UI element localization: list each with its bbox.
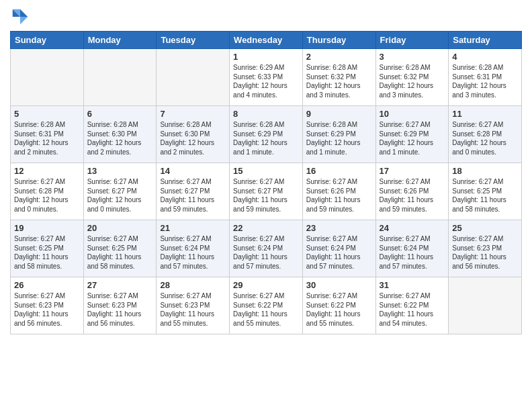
day-number: 11: [452, 109, 518, 119]
cell-content: Sunrise: 6:27 AM Sunset: 6:26 PM Dayligh…: [380, 177, 445, 214]
cell-content: Sunrise: 6:27 AM Sunset: 6:25 PM Dayligh…: [452, 177, 518, 214]
cell-content: Sunrise: 6:28 AM Sunset: 6:32 PM Dayligh…: [380, 63, 445, 99]
cell-content: Sunrise: 6:27 AM Sunset: 6:28 PM Dayligh…: [14, 177, 80, 214]
cell-content: Sunrise: 6:28 AM Sunset: 6:30 PM Dayligh…: [87, 120, 153, 156]
calendar-cell: 7Sunrise: 6:28 AM Sunset: 6:30 PM Daylig…: [157, 106, 230, 163]
cell-content: Sunrise: 6:27 AM Sunset: 6:23 PM Dayligh…: [160, 291, 226, 328]
cell-content: Sunrise: 6:27 AM Sunset: 6:27 PM Dayligh…: [87, 177, 153, 214]
day-number: 6: [87, 109, 153, 119]
day-number: 23: [306, 223, 372, 233]
calendar-cell: 1Sunrise: 6:29 AM Sunset: 6:33 PM Daylig…: [230, 49, 303, 106]
weekday-header-wednesday: Wednesday: [230, 32, 303, 49]
weekday-header-monday: Monday: [83, 32, 157, 49]
calendar-cell: 20Sunrise: 6:27 AM Sunset: 6:25 PM Dayli…: [83, 220, 157, 277]
weekday-header-thursday: Thursday: [302, 32, 375, 49]
cell-content: Sunrise: 6:29 AM Sunset: 6:33 PM Dayligh…: [233, 63, 299, 99]
cell-content: Sunrise: 6:27 AM Sunset: 6:22 PM Dayligh…: [306, 291, 372, 328]
cell-content: Sunrise: 6:27 AM Sunset: 6:23 PM Dayligh…: [87, 291, 153, 328]
calendar-cell: 8Sunrise: 6:28 AM Sunset: 6:29 PM Daylig…: [230, 106, 303, 163]
calendar-cell: 27Sunrise: 6:27 AM Sunset: 6:23 PM Dayli…: [83, 277, 157, 334]
day-number: 21: [160, 223, 226, 233]
day-number: 25: [452, 223, 518, 233]
calendar-cell: 26Sunrise: 6:27 AM Sunset: 6:23 PM Dayli…: [11, 277, 84, 334]
calendar-cell: 4Sunrise: 6:28 AM Sunset: 6:31 PM Daylig…: [449, 49, 522, 106]
calendar-cell: 14Sunrise: 6:27 AM Sunset: 6:27 PM Dayli…: [157, 163, 230, 220]
calendar-cell: 5Sunrise: 6:28 AM Sunset: 6:31 PM Daylig…: [11, 106, 84, 163]
weekday-header-friday: Friday: [375, 32, 449, 49]
cell-content: Sunrise: 6:27 AM Sunset: 6:24 PM Dayligh…: [233, 234, 299, 271]
calendar-cell: 3Sunrise: 6:28 AM Sunset: 6:32 PM Daylig…: [375, 49, 449, 106]
calendar-cell: 13Sunrise: 6:27 AM Sunset: 6:27 PM Dayli…: [83, 163, 157, 220]
calendar-row-2: 5Sunrise: 6:28 AM Sunset: 6:31 PM Daylig…: [11, 106, 522, 163]
cell-content: Sunrise: 6:27 AM Sunset: 6:29 PM Dayligh…: [380, 120, 445, 156]
day-number: 18: [452, 166, 518, 176]
day-number: 22: [233, 223, 299, 233]
cell-content: Sunrise: 6:27 AM Sunset: 6:24 PM Dayligh…: [306, 234, 372, 271]
weekday-header-saturday: Saturday: [449, 32, 522, 49]
cell-content: Sunrise: 6:27 AM Sunset: 6:27 PM Dayligh…: [233, 177, 299, 214]
day-number: 31: [380, 280, 445, 290]
day-number: 15: [233, 166, 299, 176]
day-number: 12: [14, 166, 80, 176]
cell-content: Sunrise: 6:27 AM Sunset: 6:23 PM Dayligh…: [14, 291, 80, 328]
cell-content: Sunrise: 6:28 AM Sunset: 6:32 PM Dayligh…: [306, 63, 372, 99]
day-number: 8: [233, 109, 299, 119]
day-number: 16: [306, 166, 372, 176]
cell-content: Sunrise: 6:28 AM Sunset: 6:30 PM Dayligh…: [160, 120, 226, 156]
day-number: 3: [380, 52, 445, 62]
cell-content: Sunrise: 6:27 AM Sunset: 6:28 PM Dayligh…: [452, 120, 518, 156]
calendar-cell: [449, 277, 522, 334]
calendar-cell: 6Sunrise: 6:28 AM Sunset: 6:30 PM Daylig…: [83, 106, 157, 163]
header: [10, 7, 522, 27]
logo-icon: [10, 7, 30, 27]
day-number: 5: [14, 109, 80, 119]
logo: [10, 7, 33, 27]
weekday-header-tuesday: Tuesday: [157, 32, 230, 49]
page: SundayMondayTuesdayWednesdayThursdayFrid…: [0, 0, 532, 411]
calendar-cell: [157, 49, 230, 106]
calendar-cell: 28Sunrise: 6:27 AM Sunset: 6:23 PM Dayli…: [157, 277, 230, 334]
calendar-cell: 11Sunrise: 6:27 AM Sunset: 6:28 PM Dayli…: [449, 106, 522, 163]
cell-content: Sunrise: 6:27 AM Sunset: 6:25 PM Dayligh…: [14, 234, 80, 271]
svg-marker-0: [20, 9, 28, 17]
day-number: 24: [380, 223, 445, 233]
day-number: 26: [14, 280, 80, 290]
day-number: 27: [87, 280, 153, 290]
calendar-cell: 15Sunrise: 6:27 AM Sunset: 6:27 PM Dayli…: [230, 163, 303, 220]
calendar-cell: 31Sunrise: 6:27 AM Sunset: 6:22 PM Dayli…: [375, 277, 449, 334]
calendar-cell: 30Sunrise: 6:27 AM Sunset: 6:22 PM Dayli…: [302, 277, 375, 334]
calendar-cell: 29Sunrise: 6:27 AM Sunset: 6:22 PM Dayli…: [230, 277, 303, 334]
calendar-cell: 18Sunrise: 6:27 AM Sunset: 6:25 PM Dayli…: [449, 163, 522, 220]
calendar-cell: 16Sunrise: 6:27 AM Sunset: 6:26 PM Dayli…: [302, 163, 375, 220]
calendar-cell: 25Sunrise: 6:27 AM Sunset: 6:23 PM Dayli…: [449, 220, 522, 277]
calendar: SundayMondayTuesdayWednesdayThursdayFrid…: [10, 31, 522, 334]
weekday-header-row: SundayMondayTuesdayWednesdayThursdayFrid…: [11, 32, 522, 49]
cell-content: Sunrise: 6:28 AM Sunset: 6:29 PM Dayligh…: [233, 120, 299, 156]
calendar-cell: 24Sunrise: 6:27 AM Sunset: 6:24 PM Dayli…: [375, 220, 449, 277]
calendar-cell: [83, 49, 157, 106]
day-number: 10: [380, 109, 445, 119]
day-number: 7: [160, 109, 226, 119]
day-number: 17: [380, 166, 445, 176]
cell-content: Sunrise: 6:28 AM Sunset: 6:31 PM Dayligh…: [14, 120, 80, 156]
day-number: 4: [452, 52, 518, 62]
cell-content: Sunrise: 6:27 AM Sunset: 6:26 PM Dayligh…: [306, 177, 372, 214]
calendar-cell: [11, 49, 84, 106]
cell-content: Sunrise: 6:27 AM Sunset: 6:25 PM Dayligh…: [87, 234, 153, 271]
cell-content: Sunrise: 6:28 AM Sunset: 6:31 PM Dayligh…: [452, 63, 518, 99]
day-number: 14: [160, 166, 226, 176]
cell-content: Sunrise: 6:27 AM Sunset: 6:22 PM Dayligh…: [380, 291, 445, 328]
cell-content: Sunrise: 6:27 AM Sunset: 6:27 PM Dayligh…: [160, 177, 226, 214]
day-number: 29: [233, 280, 299, 290]
cell-content: Sunrise: 6:27 AM Sunset: 6:24 PM Dayligh…: [380, 234, 445, 271]
weekday-header-sunday: Sunday: [11, 32, 84, 49]
day-number: 30: [306, 280, 372, 290]
cell-content: Sunrise: 6:27 AM Sunset: 6:24 PM Dayligh…: [160, 234, 226, 271]
cell-content: Sunrise: 6:28 AM Sunset: 6:29 PM Dayligh…: [306, 120, 372, 156]
calendar-row-3: 12Sunrise: 6:27 AM Sunset: 6:28 PM Dayli…: [11, 163, 522, 220]
calendar-row-1: 1Sunrise: 6:29 AM Sunset: 6:33 PM Daylig…: [11, 49, 522, 106]
calendar-cell: 22Sunrise: 6:27 AM Sunset: 6:24 PM Dayli…: [230, 220, 303, 277]
cell-content: Sunrise: 6:27 AM Sunset: 6:22 PM Dayligh…: [233, 291, 299, 328]
day-number: 28: [160, 280, 226, 290]
calendar-cell: 2Sunrise: 6:28 AM Sunset: 6:32 PM Daylig…: [302, 49, 375, 106]
